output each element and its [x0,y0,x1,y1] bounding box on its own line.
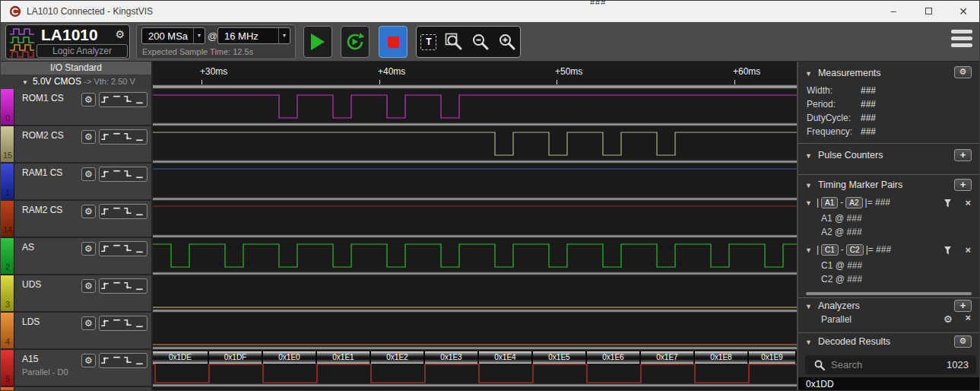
waveform-view[interactable]: +30ms+40ms+50ms+60ms 0x1DE0x1DF0x1E00x1E… [153,62,797,391]
zoom-in-button[interactable] [498,33,516,51]
measurements-header[interactable]: ▼Measurements [805,68,881,78]
rising-edge-trigger-icon[interactable] [100,130,111,144]
device-settings-gear-icon[interactable]: ⚙ [115,28,125,40]
high-level-trigger-icon[interactable] [111,205,122,218]
analyzer-settings-gear-icon[interactable]: ⚙ [944,313,953,325]
collapse-triangle-icon[interactable]: ▼ [805,152,812,160]
menu-button[interactable] [951,30,974,54]
marker-scrollbar[interactable] [806,292,972,295]
channel-settings-gear-icon[interactable]: ⚙ [81,242,96,256]
zoom-region-tool-button[interactable] [445,33,463,51]
low-level-trigger-icon[interactable] [134,279,145,293]
falling-edge-trigger-icon[interactable] [122,316,134,330]
timing-marker-pairs-header[interactable]: ▼Timing Marker Pairs [805,180,902,190]
channel-settings-gear-icon[interactable]: ⚙ [81,167,96,181]
channel-row-ram1-cs[interactable]: 1RAM1 CS⚙ [1,164,151,199]
maximize-button[interactable] [911,1,946,22]
minimize-button[interactable]: – [876,1,911,22]
high-level-trigger-icon[interactable] [111,354,122,367]
low-level-trigger-icon[interactable] [134,130,145,144]
channel-settings-gear-icon[interactable]: ⚙ [81,316,96,330]
collapse-triangle-icon[interactable]: ▼ [805,182,812,189]
decoded-result-row[interactable]: 0x1DD [798,377,980,391]
channel-row-lds[interactable]: 4LDS⚙ [1,313,151,348]
io-standard-setting[interactable]: ▼5.0V CMOS -> Vth: 2.50 V [1,75,151,89]
low-level-trigger-icon[interactable] [134,316,145,330]
rising-edge-trigger-icon[interactable] [100,93,111,106]
rising-edge-trigger-icon[interactable] [100,316,111,330]
channel-row-as[interactable]: 2AS⚙ [1,238,151,274]
sample-rate-dropdown[interactable]: 16 MHz ▼ [217,27,290,44]
analyzers-header[interactable]: ▼Analyzers [805,300,860,311]
falling-edge-trigger-icon[interactable] [122,130,134,144]
marker-pair-row[interactable]: ▼|A1-A2|= ### [805,197,890,208]
high-level-trigger-icon[interactable] [111,316,122,330]
channel-settings-gear-icon[interactable]: ⚙ [81,205,96,218]
marker-chip[interactable]: C1 [821,244,839,256]
marker-chip[interactable]: A1 [821,197,838,208]
collapse-triangle-icon[interactable]: ▼ [805,339,812,346]
collapse-triangle-icon[interactable]: ▼ [22,79,28,86]
stop-capture-button[interactable] [379,26,408,58]
rising-edge-trigger-icon[interactable] [100,279,111,293]
measurements-settings-button[interactable]: ⚙ [954,66,972,78]
falling-edge-trigger-icon[interactable] [122,242,134,256]
marker-pin-icon[interactable] [944,246,952,256]
collapse-triangle-icon[interactable]: ▼ [805,303,812,310]
timing-select-tool-button[interactable]: T [420,34,436,50]
marker-pin-icon[interactable] [944,199,952,208]
marker-pair-row[interactable]: ▼|C1-C2|= ### [805,244,891,256]
high-level-trigger-icon[interactable] [111,279,122,293]
collapse-triangle-icon[interactable]: ▼ [805,246,812,254]
analyzer-item-parallel[interactable]: Parallel [821,314,852,325]
pulse-counters-header[interactable]: ▼Pulse Counters [805,150,883,161]
rising-edge-trigger-icon[interactable] [100,205,111,218]
low-level-trigger-icon[interactable] [134,167,145,181]
high-level-trigger-icon[interactable] [111,242,122,256]
rising-edge-trigger-icon[interactable] [100,354,111,367]
io-standard-header[interactable]: I/O Standard [1,62,151,75]
channel-row-a15[interactable]: 5A15Parallel - D0⚙ [1,350,151,386]
add-pulse-counter-button[interactable]: + [954,149,972,161]
add-timing-marker-pair-button[interactable]: + [954,179,972,191]
marker-remove-icon[interactable]: × [965,246,971,256]
falling-edge-trigger-icon[interactable] [122,354,134,367]
channel-row-rom2-cs[interactable]: 15ROM2 CS⚙ [1,126,151,162]
channel-settings-gear-icon[interactable]: ⚙ [81,279,96,293]
device-box[interactable]: LA1010 ⚙ Logic Analyzer [5,24,130,59]
high-level-trigger-icon[interactable] [111,93,122,106]
falling-edge-trigger-icon[interactable] [122,167,134,181]
close-button[interactable]: ✕ [946,1,980,22]
marker-chip[interactable]: A2 [845,197,862,208]
channel-row-uds[interactable]: 3UDS⚙ [1,275,151,311]
marker-remove-icon[interactable]: × [965,199,971,208]
dropdown-arrow-icon[interactable]: ▼ [193,28,205,43]
channel-settings-gear-icon[interactable]: ⚙ [81,130,96,144]
channel-row-ram2-cs[interactable]: 14RAM2 CS⚙ [1,201,151,237]
falling-edge-trigger-icon[interactable] [122,279,134,293]
collapse-triangle-icon[interactable]: ▼ [805,199,812,207]
falling-edge-trigger-icon[interactable] [122,93,134,106]
rising-edge-trigger-icon[interactable] [100,167,111,181]
marker-chip[interactable]: C2 [846,244,864,256]
dropdown-arrow-icon[interactable]: ▼ [278,28,290,43]
start-capture-button[interactable] [303,26,332,58]
decoded-results-settings-button[interactable]: ⚙ [954,335,972,348]
falling-edge-trigger-icon[interactable] [122,205,134,218]
low-level-trigger-icon[interactable] [134,354,145,367]
rising-edge-trigger-icon[interactable] [100,242,111,256]
low-level-trigger-icon[interactable] [134,242,145,256]
high-level-trigger-icon[interactable] [111,167,122,181]
channel-settings-gear-icon[interactable]: ⚙ [81,93,96,106]
high-level-trigger-icon[interactable] [111,130,122,144]
decoded-results-header[interactable]: ▼Decoded Results [805,336,890,347]
zoom-out-button[interactable] [471,33,490,51]
add-analyzer-button[interactable]: + [954,300,972,312]
channel-row-rom1-cs[interactable]: 0ROM1 CS⚙ [1,89,151,125]
analyzer-remove-icon[interactable]: × [965,313,971,325]
sample-count-dropdown[interactable]: 200 MSa ▼ [141,27,205,44]
low-level-trigger-icon[interactable] [134,93,145,106]
channel-settings-gear-icon[interactable]: ⚙ [81,354,96,367]
search-input[interactable]: Search 1023 [805,355,976,374]
collapse-triangle-icon[interactable]: ▼ [805,70,812,78]
